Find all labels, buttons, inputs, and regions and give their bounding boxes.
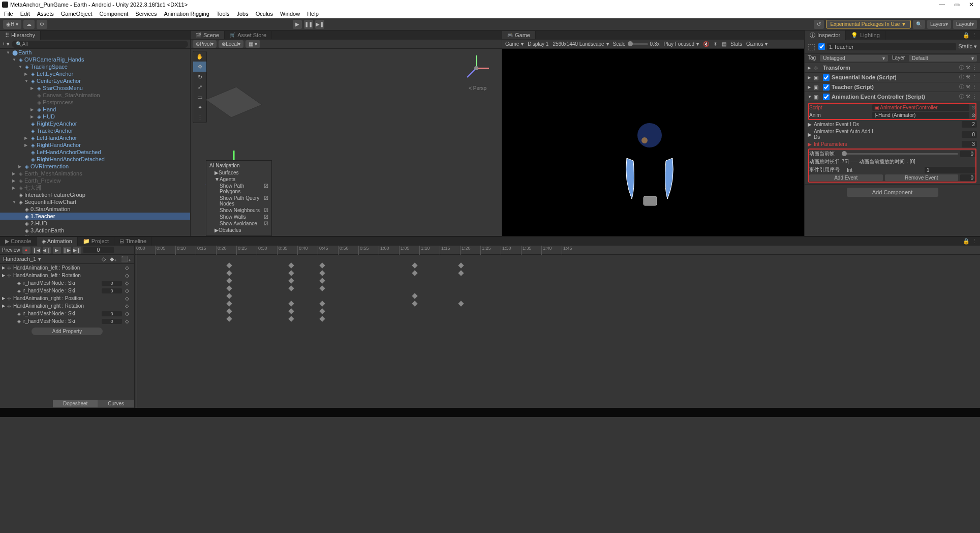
tab-hierarchy[interactable]: ⠿ Hierarchy [0,31,41,40]
add-component-button[interactable]: Add Component [847,188,938,197]
play-mode-dropdown[interactable]: Play Focused ▾ [664,41,699,47]
menu-animation-rigging[interactable]: Animation Rigging [164,11,209,17]
menu-oculus[interactable]: Oculus [256,11,273,17]
hierarchy-item[interactable]: ◈TrackerAnchor [0,127,190,134]
mute-icon[interactable]: 🔇 [703,41,709,47]
rect-tool[interactable]: ▭ [193,92,206,102]
add-key-icon[interactable]: ◆₊ [110,256,117,262]
menu-edit[interactable]: Edit [20,11,30,17]
ai-nav-surfaces[interactable]: ▶ Surfaces [209,169,268,176]
animation-property[interactable]: ◈r_handMeshNode : Ski0◇ [0,287,134,294]
hierarchy-item[interactable]: ▼◈OVRCameraRig_Hands [0,56,190,63]
animation-property[interactable]: ▶⊹HandAnimation_left : Position◇ [0,264,134,272]
pause-button[interactable]: ❚❚ [304,20,313,29]
hierarchy-item[interactable]: ▼◈CenterEyeAnchor [0,77,190,84]
playhead[interactable] [137,246,137,408]
prev-key-button[interactable]: ◀❙ [43,247,51,254]
transform-tool[interactable]: ✦ [193,102,206,112]
next-key-button[interactable]: ❙▶ [63,247,71,254]
animation-property[interactable]: ▶⊹HandAnimation_left : Rotation◇ [0,272,134,279]
clip-dropdown[interactable]: Handteach_1 ▾ [3,256,41,262]
dopesheet-row[interactable] [135,308,980,315]
hierarchy-item[interactable]: ▶◈七大洲 [0,184,190,191]
hierarchy-item[interactable]: ◈3.ActionEarth [0,227,190,234]
stats-button[interactable]: Stats [730,41,742,47]
remove-event-button[interactable]: Remove Event [885,174,959,181]
tab-scene[interactable]: 🎬Scene [191,31,225,39]
custom-tool[interactable]: ⋮ [193,112,206,123]
dopesheet-row[interactable] [135,270,980,277]
experimental-packages[interactable]: Experimental Packages In Use ▼ [826,20,911,28]
hierarchy-item[interactable]: ▶◈LeftEyeAnchor [0,70,190,77]
lock-icon[interactable]: 🔒 ⋮ [960,32,980,39]
menu-component[interactable]: Component [99,11,128,17]
maximize-button[interactable]: ▭ [954,1,960,8]
close-button[interactable]: ✕ [969,1,974,8]
stats-icon[interactable]: ▤ [722,41,726,47]
hierarchy-item[interactable]: ◈1.Teacher [0,213,190,220]
hierarchy-item[interactable]: ◈Plane [0,234,190,236]
menu-gameobject[interactable]: GameObject [61,11,93,17]
dopesheet-row[interactable] [135,300,980,308]
hierarchy-item[interactable]: ▼◈SequentialFlowChart [0,198,190,205]
ai-navigation-overlay[interactable]: AI Navigation ▶ Surfaces ▼ Agents Show P… [206,160,272,236]
account-dropdown[interactable]: ◉ H ▾ [3,20,21,29]
game-mode-dropdown[interactable]: Game ▾ [505,41,524,47]
tab-project[interactable]: 📁 Project [78,237,114,246]
tab-timeline[interactable]: ⊟ Timeline [114,237,152,246]
scene-viewport[interactable]: ✋ ✥ ↻ ⤢ ▭ ✦ ⋮ < Persp AI Navigation [191,49,502,236]
ai-nav-option[interactable]: Show Path Polygons☑ [209,183,268,195]
tab-lighting[interactable]: 💡 Lighting [846,31,885,40]
hierarchy-item[interactable]: ◈InteractionFeatureGroup [0,191,190,198]
layer-dropdown[interactable]: Default▾ [909,55,977,62]
tab-animation[interactable]: ◈ Animation [37,237,77,246]
hierarchy-item[interactable]: ▶◈Earth_Preview [0,177,190,184]
perspective-label[interactable]: < Persp [469,85,486,91]
hierarchy-item[interactable]: ◈Postprocess [0,99,190,106]
add-event-button[interactable]: Add Event [809,174,883,181]
animation-property[interactable]: ▶⊹HandAnimation_right : Position◇ [0,294,134,302]
ai-nav-option[interactable]: Show Path Query Nodes☑ [209,195,268,207]
key-nav-icon[interactable]: ◇ [102,256,106,262]
hierarchy-item[interactable]: ▶◈StarChossMenu [0,84,190,92]
static-dropdown[interactable]: Static ▾ [958,43,977,50]
menu-window[interactable]: Window [280,11,300,17]
menu-help[interactable]: Help [307,11,319,17]
hierarchy-search[interactable]: 🔍 All [12,41,188,48]
display-dropdown[interactable]: Display 1 [528,41,548,47]
minimize-button[interactable]: — [939,1,945,8]
dopesheet-row[interactable] [135,315,980,323]
component-header[interactable]: ▶⊹Transformⓘ ⚒ ⋮ [805,63,980,72]
active-checkbox[interactable] [818,43,825,50]
search-icon[interactable]: 🔍 [913,20,925,29]
ai-nav-option[interactable]: Show Walls☑ [209,214,268,220]
hierarchy-item[interactable]: ▼⬤Earth [0,49,190,56]
tab-inspector[interactable]: ⓘ Inspector [805,31,846,40]
move-tool[interactable]: ✥ [193,62,206,72]
last-frame-button[interactable]: ▶❙ [73,247,81,254]
component-header[interactable]: ▶▣Teacher (Script)ⓘ ⚒ ⋮ [805,82,980,92]
layers-dropdown[interactable]: Layers ▾ [927,20,951,29]
settings-icon[interactable]: ⚙ [37,20,47,29]
scale-slider[interactable]: Scale 0.3x [613,41,660,47]
first-frame-button[interactable]: ❙◀ [33,247,41,254]
menu-file[interactable]: File [4,11,13,17]
frame-input[interactable]: 0 [83,247,114,253]
tab-asset-store[interactable]: 🛒Asset Store [225,31,272,39]
object-name-field[interactable]: 1.Teacher [827,43,956,50]
add-property-button[interactable]: Add Property [32,328,103,335]
hierarchy-item[interactable]: ◈RightEyeAnchor [0,120,190,127]
ai-nav-agents[interactable]: ▼ Agents [209,176,268,183]
hierarchy-item[interactable]: ◈Canvas_StarAnimation [0,92,190,99]
animation-timeline[interactable]: 0:000:050:100:150:200:250:300:350:400:45… [135,246,980,408]
rotate-tool[interactable]: ↻ [193,72,206,82]
panel-lock-icon[interactable]: 🔒 ⋮ [960,238,980,245]
ai-nav-obstacles[interactable]: ▶ Obstacles [209,227,268,233]
undo-history-icon[interactable]: ↺ [814,20,824,29]
component-header[interactable]: ▶▣Sequential Node (Script)ⓘ ⚒ ⋮ [805,73,980,82]
dopesheet-row[interactable] [135,277,980,285]
grid-icon[interactable]: ▦ ▾ [246,40,260,48]
curves-tab[interactable]: Curves [98,400,134,407]
animation-property[interactable]: ◈r_handMeshNode : Ski0◇ [0,310,134,317]
play-button[interactable]: ▶ [293,20,302,29]
